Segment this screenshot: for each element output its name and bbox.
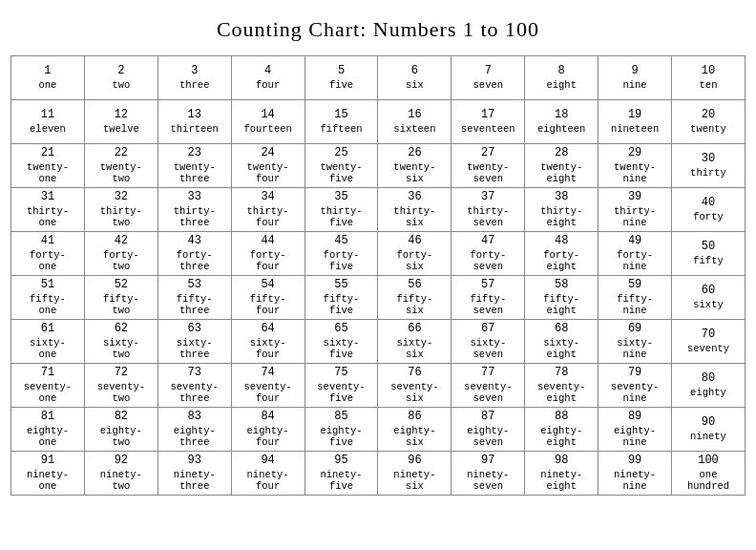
cell-word: ninety	[675, 431, 742, 443]
cell-number: 6	[381, 64, 448, 79]
cell-word: eighty-six	[381, 425, 448, 449]
cell-word: eighteen	[528, 123, 595, 136]
cell-word: ninety-seven	[454, 469, 521, 493]
cell-number: 69	[601, 322, 668, 337]
cell-word: thirty-nine	[601, 205, 668, 229]
table-cell-8: 8eight	[525, 56, 598, 100]
table-cell-85: 85eighty-five	[304, 408, 378, 452]
table-cell-37: 37thirty-seven	[452, 188, 525, 232]
table-cell-76: 76seventy-six	[378, 364, 452, 408]
cell-word: seventy-three	[161, 381, 228, 405]
cell-word: fifty-six	[381, 293, 448, 317]
table-cell-57: 57fifty-seven	[452, 276, 525, 320]
cell-word: eighty	[675, 387, 742, 399]
table-cell-52: 52fifty-two	[84, 276, 158, 320]
table-cell-11: 11eleven	[11, 100, 85, 144]
table-cell-94: 94ninety-four	[231, 452, 304, 496]
table-cell-56: 56fifty-six	[378, 276, 452, 320]
cell-word: forty-three	[161, 249, 228, 273]
table-cell-36: 36thirty-six	[378, 188, 452, 232]
cell-word: forty-eight	[528, 249, 595, 273]
table-cell-55: 55fifty-five	[304, 276, 378, 320]
table-cell-64: 64sixty-four	[231, 320, 304, 364]
cell-word: fifty-two	[88, 293, 155, 317]
cell-word: ninety-two	[88, 469, 155, 493]
table-cell-27: 27twenty-seven	[452, 144, 525, 188]
table-cell-48: 48forty-eight	[525, 232, 598, 276]
table-cell-77: 77seventy-seven	[452, 364, 525, 408]
cell-word: ninety-five	[308, 469, 375, 493]
cell-word: fifteen	[308, 123, 375, 136]
cell-number: 63	[161, 322, 228, 337]
cell-number: 82	[88, 410, 155, 425]
cell-number: 71	[14, 366, 81, 381]
cell-number: 100	[675, 454, 742, 469]
cell-number: 38	[528, 190, 595, 205]
cell-number: 2	[88, 64, 155, 79]
cell-word: ten	[675, 79, 742, 92]
cell-word: twenty-four	[235, 161, 302, 185]
cell-word: sixty-one	[14, 337, 81, 361]
cell-number: 80	[675, 371, 742, 387]
cell-word: eighty-three	[161, 425, 228, 449]
cell-number: 58	[528, 278, 595, 293]
cell-number: 27	[454, 146, 521, 161]
cell-number: 26	[381, 146, 448, 161]
cell-number: 40	[675, 196, 742, 211]
cell-word: twenty-one	[14, 161, 81, 185]
cell-number: 16	[381, 108, 448, 123]
cell-number: 75	[308, 366, 375, 381]
table-cell-71: 71seventy-one	[11, 364, 85, 408]
cell-word: thirty-four	[235, 205, 302, 229]
table-cell-78: 78seventy-eight	[525, 364, 598, 408]
table-cell-80: 80eighty	[672, 364, 746, 408]
cell-word: forty-six	[381, 249, 448, 273]
cell-number: 11	[14, 108, 81, 123]
table-cell-61: 61sixty-one	[11, 320, 85, 364]
cell-word: twelve	[88, 123, 155, 136]
cell-word: sixty-six	[381, 337, 448, 361]
table-cell-84: 84eighty-four	[231, 408, 304, 452]
cell-number: 37	[454, 190, 521, 205]
cell-number: 36	[381, 190, 448, 205]
cell-number: 41	[14, 234, 81, 249]
cell-number: 55	[308, 278, 375, 293]
table-cell-100: 100onehundred	[672, 452, 746, 496]
cell-word: seventy-four	[235, 381, 302, 405]
cell-number: 64	[235, 322, 302, 337]
cell-word: seventy-seven	[454, 381, 521, 405]
table-cell-34: 34thirty-four	[231, 188, 304, 232]
table-cell-2: 2two	[84, 56, 158, 100]
cell-word: sixty	[675, 299, 742, 311]
cell-number: 43	[161, 234, 228, 249]
cell-number: 12	[88, 108, 155, 123]
cell-word: forty-nine	[601, 249, 668, 273]
cell-word: twenty-nine	[601, 161, 668, 185]
cell-number: 17	[454, 108, 521, 123]
cell-word: thirty	[675, 167, 742, 180]
cell-word: ninety-three	[161, 469, 228, 493]
cell-number: 61	[14, 322, 81, 337]
table-cell-51: 51fifty-one	[11, 276, 85, 320]
cell-word: thirty-two	[88, 205, 155, 229]
cell-number: 7	[454, 64, 521, 79]
table-cell-89: 89eighty-nine	[598, 408, 672, 452]
table-cell-65: 65sixty-five	[304, 320, 378, 364]
table-cell-25: 25twenty-five	[304, 144, 378, 188]
cell-number: 14	[235, 108, 302, 123]
cell-number: 45	[308, 234, 375, 249]
cell-number: 3	[161, 64, 228, 79]
cell-word: forty-seven	[454, 249, 521, 273]
cell-word: seventy	[675, 343, 742, 355]
table-cell-14: 14fourteen	[231, 100, 304, 144]
table-cell-54: 54fifty-four	[231, 276, 304, 320]
table-cell-58: 58fifty-eight	[525, 276, 598, 320]
cell-number: 88	[528, 410, 595, 425]
cell-word: eight	[528, 79, 595, 92]
cell-number: 44	[235, 234, 302, 249]
table-cell-59: 59fifty-nine	[598, 276, 672, 320]
cell-word: sixty-nine	[601, 337, 668, 361]
cell-word: ninety-four	[235, 469, 302, 493]
table-cell-3: 3three	[158, 56, 231, 100]
table-cell-1: 1one	[11, 56, 85, 100]
